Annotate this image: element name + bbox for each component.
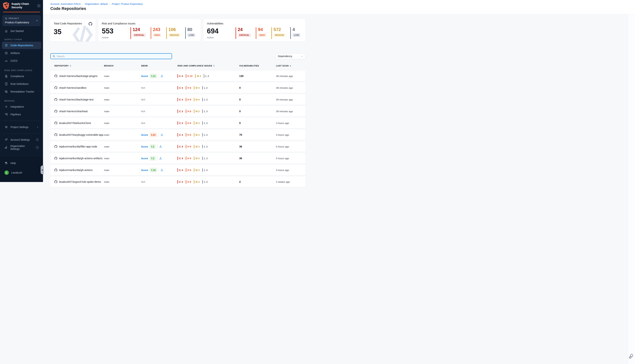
- table-row[interactable]: shash-harness/backstage-test main N/A C3…: [50, 94, 305, 105]
- medium-chip: M3: [194, 145, 200, 148]
- sidebar-item-label: CI/CD: [11, 59, 18, 62]
- download-sbom-icon[interactable]: [160, 74, 163, 78]
- download-sbom-icon[interactable]: [160, 168, 163, 172]
- sidebar-item-cicd[interactable]: ∞ CI/CD: [2, 57, 41, 64]
- vulnerabilities-cell: 0: [239, 98, 241, 101]
- github-icon: [54, 74, 57, 78]
- repo-name[interactable]: shash-harness/backstage-plugins: [59, 74, 98, 78]
- breadcrumb-account-link[interactable]: Account: Automation-SSCA: [50, 2, 81, 5]
- repo-name[interactable]: lavakush07/easybuggy-vulnerable-app...: [59, 133, 105, 136]
- table-row[interactable]: shash-harness/backstage-plugins main Sco…: [50, 71, 305, 81]
- table-row[interactable]: shash-harness/sandbox main N/A C3 H8 M4 …: [50, 82, 305, 93]
- last-scan-cell: 39 minutes ago: [276, 110, 293, 112]
- repo-name[interactable]: tejakummarikuntla/gh-actions-artifacts: [59, 157, 103, 160]
- medium-chip: M3: [194, 168, 200, 172]
- sbom-score-label: Score: [141, 74, 148, 77]
- table-row[interactable]: shash-harness/shashwat main N/A C3 H8 M3…: [50, 106, 305, 116]
- sidebar-item-pipelines[interactable]: Pipelines: [2, 111, 41, 118]
- medium-stat: 106MEDIUM: [166, 27, 180, 39]
- vulnerabilities-cell: 36: [239, 145, 242, 148]
- download-sbom-icon[interactable]: [159, 157, 162, 160]
- risk-cell: C4 H9 M3 L3: [178, 156, 208, 160]
- column-last-scan[interactable]: LAST SCAN: [276, 65, 291, 67]
- critical-count: 24: [238, 27, 251, 32]
- branch-cell: main: [104, 133, 109, 136]
- download-sbom-icon[interactable]: [160, 133, 163, 136]
- total-repos-card: Total Code Repositories 35: [50, 19, 96, 42]
- medium-chip: M4: [194, 98, 200, 101]
- sidebar-item-label: Account Settings: [11, 138, 30, 141]
- sidebar-item-rule-definitions[interactable]: Rule Definitions: [2, 80, 41, 88]
- info-icon[interactable]: ⓘ: [36, 146, 39, 149]
- sidebar-item-code-repositories[interactable]: Code Repositories: [2, 42, 41, 49]
- table-row[interactable]: lavakush07/StarbucksClone main N/A C3 H8…: [50, 118, 305, 128]
- sbom-na: N/A: [141, 122, 145, 124]
- table-row[interactable]: lavakush07/argocd-hub-spoke-demo main N/…: [50, 176, 305, 182]
- breadcrumb-organization-link[interactable]: Organization: default: [85, 2, 108, 5]
- table-row[interactable]: tejakummarikuntla/filler-app-node main S…: [50, 141, 305, 152]
- risk-cell: C3 H9 M4 L3: [178, 180, 208, 182]
- last-scan-cell: 5 hours ago: [276, 168, 289, 171]
- sidebar-item-organization-settings[interactable]: Organization Settings ⓘ: [2, 144, 41, 151]
- breadcrumb-separator: ›: [81, 2, 85, 5]
- app-logo-shield-icon: [3, 2, 10, 10]
- medium-chip: M4: [194, 180, 200, 182]
- sidebar-collapse-handle[interactable]: ◀: [41, 166, 44, 174]
- github-icon: [54, 133, 57, 136]
- sbom-score-label: Score: [141, 157, 148, 160]
- repo-name[interactable]: shash-harness/shashwat: [59, 110, 88, 113]
- sidebar-item-get-started[interactable]: Get Started: [2, 27, 41, 35]
- search-box: [50, 53, 172, 59]
- dependency-filter-dropdown[interactable]: Dependency: [275, 53, 305, 59]
- sidebar-item-label: Help: [11, 162, 16, 164]
- repo-name[interactable]: lavakush07/StarbucksClone: [59, 122, 91, 124]
- info-icon[interactable]: ⓘ: [36, 138, 39, 141]
- low-chip: L3: [202, 121, 207, 125]
- sidebar-item-label: Organization Settings: [10, 144, 34, 150]
- column-risk-compliance[interactable]: RISK AND COMPLIANCE ISSUES: [178, 65, 215, 67]
- clipboard-check-icon: [5, 82, 8, 86]
- sbom-score-value: 7.19: [150, 168, 157, 172]
- repo-name[interactable]: shash-harness/sandbox: [59, 86, 87, 89]
- medium-chip: M4: [195, 74, 201, 78]
- column-repository[interactable]: REPOSITORY: [54, 65, 71, 67]
- sidebar-item-help[interactable]: ? Help: [2, 160, 41, 167]
- sidebar-item-remediation-tracker[interactable]: Remediation Tracker: [2, 88, 41, 95]
- repo-name[interactable]: tejakummarikuntla/gh-actions: [59, 168, 93, 172]
- divider: [159, 168, 159, 172]
- download-sbom-icon[interactable]: [159, 145, 162, 148]
- app-switcher-grid-icon[interactable]: [37, 4, 41, 7]
- github-icon: [89, 22, 92, 26]
- vulnerabilities-card: Vulnerabilities 694 Active 24CRITICAL 94…: [204, 19, 305, 42]
- table-row[interactable]: tejakummarikuntla/gh-actions main Score …: [50, 165, 305, 175]
- search-input[interactable]: [57, 55, 170, 58]
- sidebar-item-label: Pipelines: [11, 113, 21, 116]
- org-gear-icon: [5, 146, 8, 149]
- medium-chip: M3: [194, 133, 200, 136]
- repo-name[interactable]: lavakush07/argocd-hub-spoke-demo: [59, 180, 101, 182]
- sidebar-item-integrations[interactable]: Integrations: [2, 103, 41, 110]
- search-icon: [53, 55, 55, 58]
- medium-stat: 572MEDIUM: [271, 27, 285, 39]
- table-row[interactable]: lavakush07/easybuggy-vulnerable-app... m…: [50, 130, 305, 140]
- user-menu[interactable]: L Lavakush: [2, 169, 41, 176]
- divider: [157, 144, 158, 149]
- sidebar-item-artifacts[interactable]: Artifacts: [2, 50, 41, 57]
- sidebar-section-manage: MANAGE: [0, 100, 43, 102]
- project-selector[interactable]: PROJECT Product Exploratory: [3, 15, 41, 26]
- breadcrumb-project-link[interactable]: Project: Product Exploratory: [112, 2, 143, 5]
- repo-name[interactable]: tejakummarikuntla/filler-app-node: [59, 145, 97, 148]
- document-magnifier-icon: [5, 74, 8, 78]
- critical-chip: C3: [178, 133, 183, 136]
- sidebar-item-account-settings[interactable]: Account Settings ⓘ: [2, 136, 41, 144]
- sbom-cell: Score 7.21: [141, 74, 163, 78]
- sidebar-item-project-settings[interactable]: ⚙ Project Settings: [2, 124, 41, 131]
- medium-chip: M3: [194, 156, 200, 160]
- brand-divider: [3, 12, 40, 12]
- last-scan-cell: 36 minutes ago: [276, 74, 293, 77]
- table-row[interactable]: tejakummarikuntla/gh-actions-artifacts m…: [50, 153, 305, 164]
- sbom-cell: Score 5.83: [141, 132, 163, 137]
- divider: [157, 156, 158, 160]
- repo-name[interactable]: shash-harness/backstage-test: [59, 98, 94, 101]
- sidebar-item-compliance[interactable]: Compliance: [2, 72, 41, 80]
